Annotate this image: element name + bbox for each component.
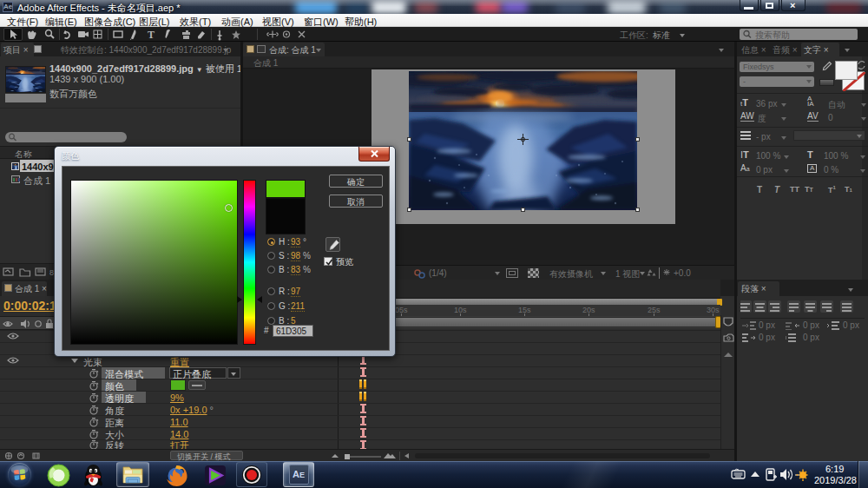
svg-text:T: T [148, 29, 155, 41]
